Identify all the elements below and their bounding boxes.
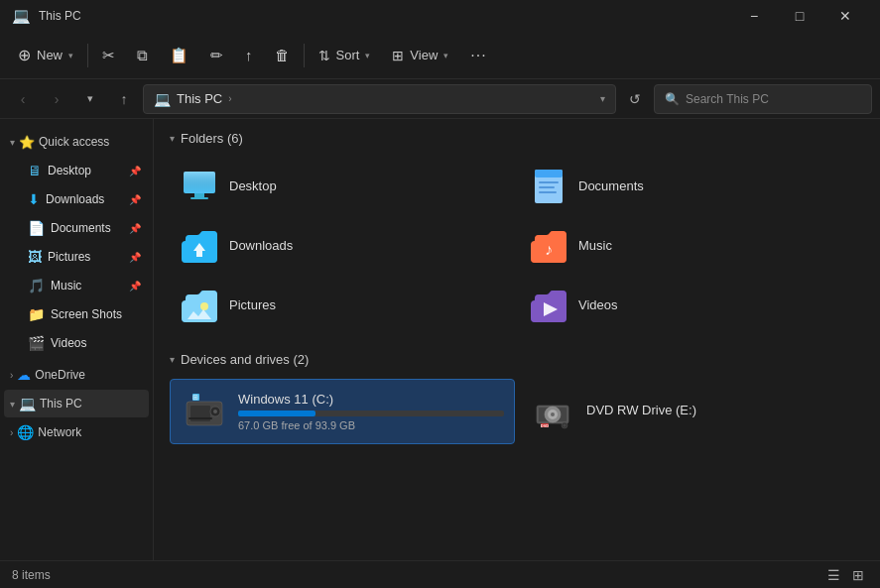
search-box[interactable]: 🔍 Search This PC (654, 84, 872, 114)
hdd-icon: ⊞ (181, 388, 228, 435)
delete-button[interactable]: 🗑 (265, 38, 300, 73)
copy-icon: ⧉ (137, 47, 148, 64)
sidebar-item-network[interactable]: › 🌐 Network (4, 418, 149, 446)
paste-icon: 📋 (170, 47, 189, 64)
view-label: View (410, 48, 438, 62)
up-button[interactable]: ↑ (109, 84, 139, 114)
cut-button[interactable]: ✂ (92, 38, 125, 73)
sort-chevron-icon: ▾ (365, 51, 370, 60)
rename-icon: ✏ (210, 47, 223, 64)
folder-item-music[interactable]: ♪ Music (519, 217, 864, 273)
svg-text:♪: ♪ (545, 241, 553, 258)
videos-folder-icon: 🎬 (28, 335, 45, 351)
drives-collapse-icon[interactable]: ▾ (170, 354, 175, 365)
sidebar-item-videos[interactable]: 🎬 Videos (4, 329, 149, 357)
videos-icon (529, 285, 568, 324)
drive-c-space: 67.0 GB free of 93.9 GB (238, 419, 504, 431)
content-area: ▾ Folders (6) (154, 119, 880, 560)
music-folder-label: Music (578, 238, 612, 253)
view-icon: ⊞ (392, 48, 404, 63)
drive-item-e[interactable]: DVD DVD RW Drive (E:) (519, 379, 864, 444)
folders-collapse-icon[interactable]: ▾ (170, 133, 175, 144)
drive-grid: ⊞ Windows 11 (C:) 67.0 GB free of 93.9 G… (170, 379, 864, 444)
copy-button[interactable]: ⧉ (127, 38, 158, 73)
maximize-button[interactable]: □ (777, 0, 822, 32)
sort-button[interactable]: ⇅ Sort ▾ (309, 38, 381, 73)
svg-rect-7 (539, 186, 555, 188)
sidebar-item-desktop[interactable]: 🖥 Desktop 📌 (4, 157, 149, 184)
list-view-button[interactable]: ☰ (823, 565, 844, 585)
drive-c-info: Windows 11 (C:) 67.0 GB free of 93.9 GB (238, 392, 504, 431)
folder-item-downloads[interactable]: Downloads (170, 217, 515, 273)
documents-label: Documents (51, 221, 123, 235)
svg-point-11 (200, 302, 208, 310)
address-row: ‹ › ▾ ↑ 💻 This PC › ▾ ↺ 🔍 Search This PC (0, 79, 880, 119)
new-chevron-icon: ▾ (68, 51, 73, 60)
desktop-label: Desktop (48, 164, 123, 177)
more-button[interactable]: ··· (460, 38, 496, 73)
address-bar[interactable]: 💻 This PC › ▾ (143, 84, 616, 114)
drive-item-c[interactable]: ⊞ Windows 11 (C:) 67.0 GB free of 93.9 G… (170, 379, 515, 444)
svg-rect-8 (539, 191, 557, 193)
main-area: ▾ ⭐ Quick access 🖥 Desktop 📌 ⬇ Downloads… (0, 119, 880, 560)
drives-section-header[interactable]: ▾ Devices and drives (2) (170, 352, 864, 367)
search-icon: 🔍 (665, 92, 680, 106)
sidebar-item-onedrive[interactable]: › ☁ OneDrive (4, 361, 149, 389)
paste-button[interactable]: 📋 (160, 38, 198, 73)
folder-item-pictures[interactable]: Pictures (170, 277, 515, 332)
svg-rect-18 (189, 417, 212, 419)
new-button[interactable]: ⊕ New ▾ (8, 38, 83, 73)
sidebar-item-documents[interactable]: 📄 Documents 📌 (4, 214, 149, 242)
videos-label: Videos (51, 336, 141, 350)
folders-section-header[interactable]: ▾ Folders (6) (170, 131, 864, 146)
downloads-icon (180, 225, 219, 265)
recent-button[interactable]: ▾ (75, 84, 105, 114)
view-button[interactable]: ⊞ View ▾ (382, 38, 458, 73)
title-bar-controls: − □ ✕ (731, 0, 868, 32)
new-label: New (37, 48, 63, 62)
back-button[interactable]: ‹ (8, 84, 38, 114)
sidebar-item-music[interactable]: 🎵 Music 📌 (4, 272, 149, 299)
sidebar-item-pictures[interactable]: 🖼 Pictures 📌 (4, 243, 149, 271)
svg-rect-3 (190, 197, 208, 199)
rename-button[interactable]: ✏ (200, 38, 233, 73)
toolbar-separator-1 (87, 44, 88, 67)
svg-text:DVD: DVD (541, 423, 550, 428)
toolbar-separator-2 (304, 44, 305, 67)
folder-item-documents[interactable]: Documents (519, 158, 864, 213)
toolbar: ⊕ New ▾ ✂ ⧉ 📋 ✏ ↑ 🗑 ⇅ Sort ▾ ⊞ View ▾ ··… (0, 32, 880, 79)
downloads-label: Downloads (46, 192, 123, 206)
refresh-button[interactable]: ↺ (620, 84, 650, 114)
share-button[interactable]: ↑ (235, 38, 263, 73)
drive-c-bar-fill (238, 411, 315, 416)
sidebar: ▾ ⭐ Quick access 🖥 Desktop 📌 ⬇ Downloads… (0, 119, 154, 560)
share-icon: ↑ (245, 47, 253, 63)
pictures-label: Pictures (48, 250, 123, 264)
svg-point-17 (213, 410, 217, 413)
this-pc-icon: 💻 (19, 396, 36, 412)
pictures-icon (180, 285, 219, 324)
svg-text:⊞: ⊞ (192, 394, 198, 401)
folder-item-desktop[interactable]: Desktop (170, 158, 515, 213)
close-button[interactable]: ✕ (822, 0, 868, 32)
documents-pin-icon: 📌 (129, 223, 141, 234)
folders-section-label: Folders (6) (181, 131, 243, 146)
forward-button[interactable]: › (42, 84, 71, 114)
minimize-button[interactable]: − (731, 0, 777, 32)
sidebar-item-screenshots[interactable]: 📁 Screen Shots (4, 300, 149, 328)
this-pc-label: This PC (40, 397, 82, 411)
search-placeholder: Search This PC (686, 92, 769, 106)
svg-point-25 (551, 412, 555, 416)
sidebar-item-this-pc[interactable]: ▾ 💻 This PC (4, 390, 149, 417)
downloads-folder-label: Downloads (229, 238, 293, 253)
details-view-button[interactable]: ⊞ (848, 565, 868, 585)
documents-folder-icon: 📄 (28, 220, 45, 236)
sidebar-item-downloads[interactable]: ⬇ Downloads 📌 (4, 185, 149, 213)
title-bar-left: 💻 This PC (12, 7, 81, 25)
onedrive-label: OneDrive (35, 368, 85, 382)
svg-rect-2 (194, 193, 204, 197)
screenshots-folder-icon: 📁 (28, 306, 45, 322)
sidebar-item-quick-access[interactable]: ▾ ⭐ Quick access (4, 128, 149, 156)
drive-e-name: DVD RW Drive (E:) (586, 403, 854, 417)
folder-item-videos[interactable]: Videos (519, 277, 864, 332)
